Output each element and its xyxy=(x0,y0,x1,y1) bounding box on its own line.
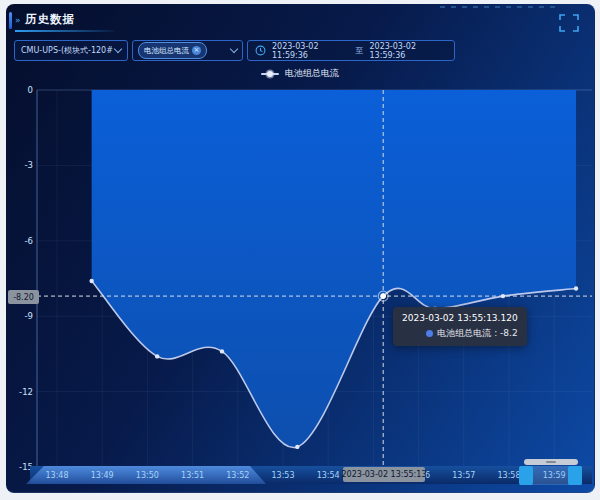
x-tick-label: 13:57 xyxy=(452,471,475,480)
y-tick-label: 0 xyxy=(7,85,33,95)
datazoom-handle-right[interactable] xyxy=(568,466,582,485)
scrollbar-grip-icon xyxy=(546,461,556,463)
series-dot-icon xyxy=(426,330,433,337)
x-tick-label: 13:53 xyxy=(271,471,294,480)
datazoom-handle-left[interactable] xyxy=(519,466,533,485)
x-tick-label: 13:52 xyxy=(226,471,249,480)
chart-plot-area[interactable] xyxy=(0,0,600,500)
history-data-widget: » 历史数据 CMU-UPS-(模块式-120# 电池组总电流 × 2023-0… xyxy=(0,0,600,500)
tooltip-timestamp: 2023-03-02 13:55:13.120 xyxy=(402,313,518,323)
x-tick-label: 13:48 xyxy=(45,471,68,480)
chart-tooltip: 2023-03-02 13:55:13.120 电池组总电流 : -8.2 xyxy=(393,307,527,346)
x-axis-pointer-label: 2023-03-02 13:55:13 xyxy=(343,467,425,482)
y-tick-label: -3 xyxy=(7,160,33,170)
y-tick-label: -6 xyxy=(7,236,33,246)
y-tick-label: -12 xyxy=(7,387,33,397)
tooltip-series-value: 电池组总电流 : -8.2 xyxy=(437,327,517,340)
x-tick-label: 13:49 xyxy=(91,471,114,480)
x-axis-band[interactable]: 13:4813:4913:5013:5113:5213:5313:5413:55… xyxy=(30,466,592,484)
x-tick-label: 13:58 xyxy=(497,471,520,480)
x-tick-label: 13:54 xyxy=(317,471,340,480)
x-tick-label: 13:51 xyxy=(181,471,204,480)
x-tick-label: 13:50 xyxy=(136,471,159,480)
y-axis-pointer-label: -8.20 xyxy=(8,290,39,304)
horizontal-scrollbar[interactable] xyxy=(524,459,578,465)
y-tick-label: -9 xyxy=(7,311,33,321)
